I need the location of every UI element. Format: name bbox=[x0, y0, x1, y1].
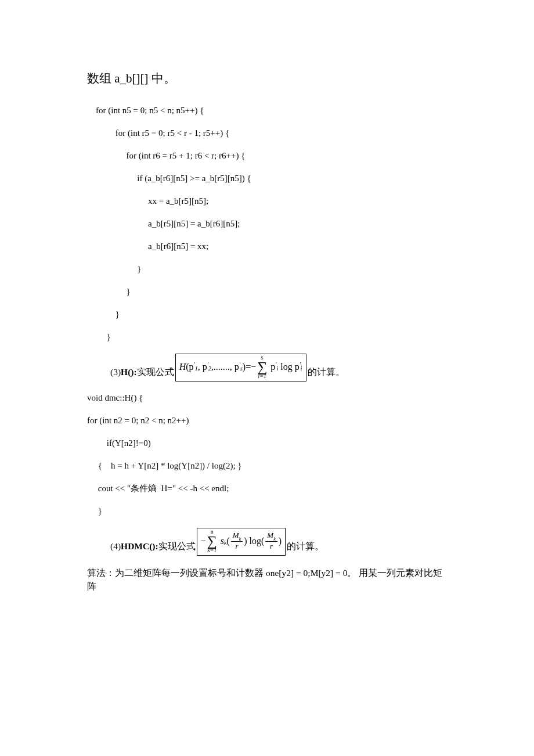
fraction: Mkr bbox=[231, 531, 243, 550]
frac-den: r bbox=[268, 542, 275, 550]
section-3-prefix: (3)H():实现公式 bbox=[110, 365, 174, 381]
sym-neg: − bbox=[251, 360, 256, 374]
comma: , bbox=[198, 360, 200, 374]
code-line: for (int n2 = 0; n2 < n; n2++) bbox=[87, 415, 447, 427]
sub-s: s bbox=[240, 364, 243, 373]
fraction: Mkr bbox=[265, 531, 277, 550]
intro-text: 数组 a_b[][] 中。 bbox=[87, 70, 447, 88]
code-line: a_b[r5][n5] = a_b[r6][n5]; bbox=[87, 218, 447, 230]
sigma-icon: ∑ bbox=[257, 361, 267, 373]
sub-k: k bbox=[224, 538, 226, 547]
sym-p: p bbox=[270, 360, 275, 374]
code-line: for (int n5 = 0; n5 < n; n5++) { bbox=[87, 105, 447, 117]
sub-k: k bbox=[273, 537, 276, 542]
code-line: for (int r6 = r5 + 1; r6 < r; r6++) { bbox=[87, 150, 447, 162]
sum-symbol: n∑k=1 bbox=[207, 529, 217, 553]
sym-p: p bbox=[295, 360, 300, 374]
code-line: for (int r5 = 0; r5 < r - 1; r5++) { bbox=[87, 127, 447, 139]
section-4-row: (4)HDMC():实现公式 −n∑k=1sk(Mkr)log(Mkr) 的计算… bbox=[87, 528, 447, 556]
section-number: (4) bbox=[110, 541, 121, 551]
code-block-1: for (int n5 = 0; n5 < n; n5++) { for (in… bbox=[87, 105, 447, 343]
code-line: } bbox=[87, 331, 447, 343]
sym-open: ( bbox=[261, 534, 264, 548]
sym-M: M bbox=[267, 531, 273, 539]
code-line: a_b[r6][n5] = xx; bbox=[87, 240, 447, 253]
sym-log: log bbox=[250, 534, 261, 548]
sym-H: H bbox=[179, 360, 186, 374]
sym-open: ( bbox=[226, 534, 229, 548]
frac-num: Mk bbox=[231, 531, 243, 542]
section-tail: 实现公式 bbox=[158, 541, 196, 551]
code-line: } bbox=[87, 286, 447, 298]
sym-p: p bbox=[203, 360, 207, 374]
sym-close: ) bbox=[244, 534, 247, 548]
section-3-row: (3)H():实现公式 H(p'1,p'2,.......,p's) = −s∑… bbox=[87, 354, 447, 381]
sym-eq: = bbox=[246, 360, 251, 374]
code-line: } bbox=[87, 505, 447, 517]
sym-p: p bbox=[189, 360, 194, 374]
section-3-suffix: 的计算。 bbox=[308, 365, 345, 381]
code-line: void dmc::H() { bbox=[87, 392, 447, 404]
sub-k: k bbox=[239, 537, 241, 542]
code-line: if (a_b[r6][n5] >= a_b[r5][n5]) { bbox=[87, 172, 447, 185]
code-block-2: void dmc::H() { for (int n2 = 0; n2 < n;… bbox=[87, 392, 447, 517]
section-number: (3) bbox=[110, 367, 121, 377]
code-line: } bbox=[87, 263, 447, 275]
frac-num: Mk bbox=[265, 531, 277, 542]
section-4-suffix: 的计算。 bbox=[287, 539, 324, 555]
code-line: } bbox=[87, 308, 447, 321]
document-page: 数组 a_b[][] 中。 for (int n5 = 0; n5 < n; n… bbox=[0, 0, 534, 628]
sym-neg: − bbox=[201, 534, 206, 548]
code-line: if(Y[n2]!=0) bbox=[87, 437, 447, 449]
sub-2: 2 bbox=[208, 364, 211, 373]
sigma-icon: ∑ bbox=[207, 535, 217, 548]
sym-close: ) bbox=[279, 534, 282, 548]
section-title: H(): bbox=[121, 367, 137, 377]
sym-log: log bbox=[280, 360, 292, 374]
section-title: HDMC(): bbox=[121, 541, 158, 551]
formula-entropy: H(p'1,p'2,.......,p's) = −s∑i=1p'ilogp'i bbox=[175, 354, 306, 381]
sub-i: i bbox=[301, 364, 302, 373]
frac-den: r bbox=[233, 542, 240, 550]
section-4-prefix: (4)HDMC():实现公式 bbox=[110, 539, 196, 555]
sub-i: i bbox=[276, 364, 278, 373]
algorithm-text: 算法：为二维矩阵每一列设置标号和计数器 one[y2] = 0;M[y2] = … bbox=[87, 566, 447, 593]
formula-inner: −n∑k=1sk(Mkr)log(Mkr) bbox=[201, 529, 282, 553]
code-line: xx = a_b[r5][n5]; bbox=[87, 195, 447, 207]
formula-inner: H(p'1,p'2,.......,p's) = −s∑i=1p'ilogp'i bbox=[179, 355, 302, 379]
sym-M: M bbox=[233, 531, 239, 539]
sum-lower: k=1 bbox=[207, 548, 217, 553]
section-tail: 实现公式 bbox=[137, 367, 174, 377]
sum-lower: i=1 bbox=[258, 373, 267, 379]
sub-1: 1 bbox=[195, 364, 198, 373]
sym-p: p bbox=[234, 360, 239, 374]
sum-symbol: s∑i=1 bbox=[257, 355, 267, 379]
formula-hdmc: −n∑k=1sk(Mkr)log(Mkr) bbox=[197, 528, 286, 556]
dots: ......., bbox=[214, 360, 232, 374]
code-line: cout << "条件熵 H=" << -h << endl; bbox=[87, 483, 447, 495]
code-line: { h = h + Y[n2] * log(Y[n2]) / log(2); } bbox=[87, 460, 447, 472]
